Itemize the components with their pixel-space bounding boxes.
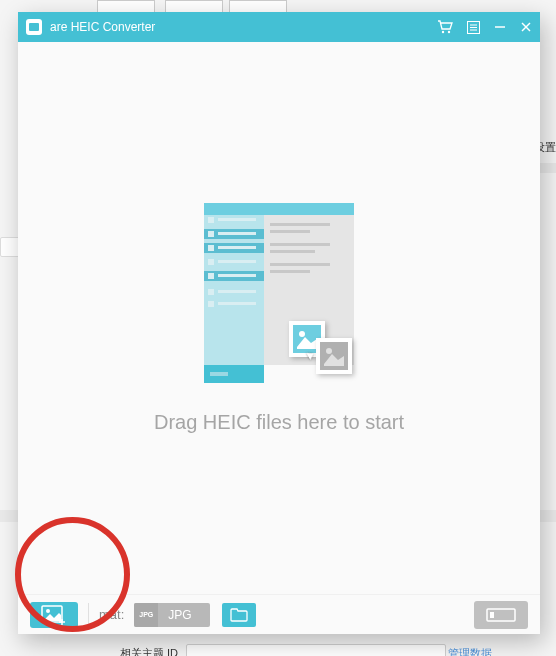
app-icon [26,19,42,35]
format-badge: JPG [134,603,158,627]
drop-illustration [204,203,354,393]
bg-bottom-link: 管理数据 [448,646,492,656]
add-image-icon [41,605,67,625]
cart-icon[interactable] [437,20,453,34]
app-window: are HEIC Converter [18,12,540,634]
minimize-icon[interactable] [494,21,506,33]
format-value: JPG [158,608,209,622]
divider [88,603,89,627]
format-select[interactable]: JPG JPG [134,603,209,627]
drop-instruction: Drag HEIC files here to start [154,411,404,434]
svg-point-12 [46,609,50,613]
svg-point-10 [326,348,332,354]
list-icon[interactable] [467,21,480,34]
bg-bottom-label: 相关主题 ID [120,646,178,656]
titlebar: are HEIC Converter [18,12,540,42]
app-title: are HEIC Converter [50,20,437,34]
convert-button[interactable] [474,601,528,629]
format-label: mat: [99,607,124,622]
convert-icon [485,606,517,624]
bottombar: mat: JPG JPG [18,594,540,634]
svg-point-0 [442,31,444,33]
photo-icon [316,338,352,374]
svg-point-1 [448,31,450,33]
add-image-button[interactable] [30,602,78,628]
svg-rect-16 [490,612,494,618]
output-folder-button[interactable] [222,603,256,627]
close-icon[interactable] [520,21,532,33]
folder-icon [230,608,248,622]
drop-area[interactable]: Drag HEIC files here to start [18,42,540,594]
svg-point-9 [299,331,305,337]
bg-bottom-input [186,644,446,656]
